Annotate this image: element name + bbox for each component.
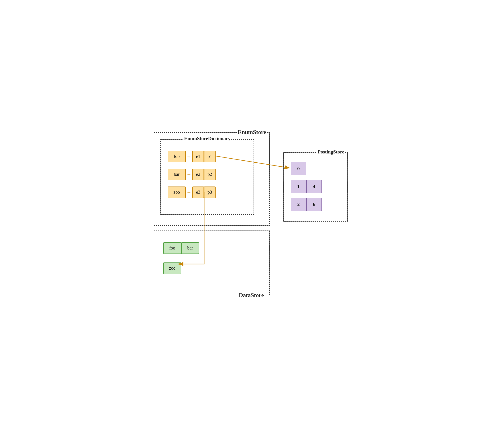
dict-row-2: bar → e2 p2 xyxy=(168,169,216,180)
posting-row-3: 2 6 xyxy=(291,198,322,211)
posting-cell-2: 2 xyxy=(291,198,306,211)
dict-arrow-3: → xyxy=(186,189,192,195)
data-row-1: foo bar xyxy=(163,242,199,254)
enum-store-dict-box: EnumStoreDictionary foo → e1 p1 bar → e2… xyxy=(160,139,254,215)
dict-row-3: zoo → e3 p3 xyxy=(168,186,216,198)
dict-enum-e3: e3 xyxy=(192,186,204,198)
posting-cell-0: 0 xyxy=(291,162,306,175)
dict-enum-e1: e1 xyxy=(192,151,204,162)
dict-key-zoo: zoo xyxy=(168,186,186,198)
data-store-label: DataStore xyxy=(238,292,265,299)
dict-row-1: foo → e1 p1 xyxy=(168,151,216,162)
posting-cell-6: 6 xyxy=(306,198,322,211)
posting-store-label: PostingStore xyxy=(317,149,345,155)
enum-store-dict-label: EnumStoreDictionary xyxy=(183,136,231,142)
data-cell-bar: bar xyxy=(181,242,199,254)
dict-post-p1: p1 xyxy=(204,151,216,162)
dict-enum-e2: e2 xyxy=(192,169,204,180)
posting-cell-1: 1 xyxy=(291,180,306,193)
posting-cell-4: 4 xyxy=(306,180,322,193)
diagram-root: EnumStore EnumStoreDictionary foo → e1 p… xyxy=(152,130,352,304)
dict-key-foo: foo xyxy=(168,151,186,162)
posting-row-2: 1 4 xyxy=(291,180,322,193)
data-row-2: zoo xyxy=(163,262,181,274)
dict-arrow-2: → xyxy=(186,172,192,177)
enum-store-label: EnumStore xyxy=(237,129,267,136)
dict-key-bar: bar xyxy=(168,169,186,180)
data-cell-zoo: zoo xyxy=(163,262,181,274)
dict-arrow-1: → xyxy=(186,154,192,159)
posting-row-1: 0 xyxy=(291,162,306,175)
dict-post-p3: p3 xyxy=(204,186,216,198)
dict-post-p2: p2 xyxy=(204,169,216,180)
data-cell-foo: foo xyxy=(163,242,181,254)
data-store-box: DataStore foo bar zoo xyxy=(154,230,270,295)
posting-store-box: PostingStore 0 1 4 2 6 xyxy=(283,152,348,221)
